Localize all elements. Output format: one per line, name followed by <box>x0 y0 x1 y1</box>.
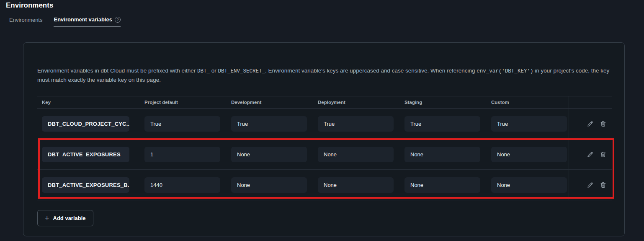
intro-plain: . Environment variable's keys are upperc… <box>265 67 477 74</box>
value-deployment: None <box>318 177 394 193</box>
pencil-icon <box>587 181 594 189</box>
value-staging: None <box>404 177 480 193</box>
column-header-staging: Staging <box>400 96 487 108</box>
variable-key: DBT_CLOUD_PROJECT_CYC... <box>42 116 129 132</box>
plus-icon: + <box>45 215 49 221</box>
value-staging: None <box>404 147 480 162</box>
environment-variables-table: Key Project default Development Deployme… <box>37 96 612 200</box>
trash-icon <box>600 151 607 158</box>
value-custom: None <box>491 147 567 162</box>
value-project-default: 1440 <box>144 177 220 193</box>
intro-text: Environment variables in dbt Cloud must … <box>37 67 611 84</box>
column-header-deployment: Deployment <box>313 96 400 108</box>
intro-code-secret-prefix: DBT_ENV_SECRET_ <box>218 68 265 74</box>
value-custom: True <box>491 116 567 132</box>
delete-variable-button[interactable] <box>600 120 607 127</box>
column-header-actions <box>569 96 612 108</box>
table-row: DBT_CLOUD_PROJECT_CYC... True True True … <box>37 109 612 139</box>
value-staging: True <box>404 116 480 132</box>
table-row: DBT_ACTIVE_EXPOSURES 1 None None None No… <box>37 139 612 170</box>
add-variable-label: Add variable <box>53 215 86 221</box>
column-header-development: Development <box>227 96 313 108</box>
trash-icon <box>600 181 607 189</box>
page-title: Environments <box>6 1 644 10</box>
intro-plain: Environment variables in dbt Cloud must … <box>37 67 197 74</box>
column-header-custom: Custom <box>487 96 569 108</box>
edit-variable-button[interactable] <box>587 150 594 158</box>
tab-bar: Environments Environment variables ? <box>0 16 644 27</box>
intro-plain: or <box>210 67 218 74</box>
table-row: DBT_ACTIVE_EXPOSURES_B... 1440 None None… <box>37 170 612 200</box>
delete-variable-button[interactable] <box>600 150 607 158</box>
tab-environments[interactable]: Environments <box>9 17 42 27</box>
column-header-project-default: Project default <box>140 96 227 108</box>
add-variable-button[interactable]: + Add variable <box>37 210 93 226</box>
pencil-icon <box>587 120 594 127</box>
row-actions <box>569 109 612 139</box>
tab-environment-variables[interactable]: Environment variables ? <box>54 16 120 27</box>
row-actions <box>569 170 612 200</box>
edit-variable-button[interactable] <box>587 120 594 127</box>
value-deployment: None <box>318 147 394 162</box>
row-actions <box>569 139 612 169</box>
table-header-row: Key Project default Development Deployme… <box>37 96 612 109</box>
environment-variables-panel: Environment variables in dbt Cloud must … <box>23 42 625 236</box>
help-icon[interactable]: ? <box>115 17 121 23</box>
edit-variable-button[interactable] <box>587 181 594 189</box>
value-development: None <box>231 147 307 162</box>
intro-code-dbt-prefix: DBT_ <box>197 68 210 74</box>
value-development: True <box>231 116 307 132</box>
variable-key: DBT_ACTIVE_EXPOSURES_B... <box>42 177 129 193</box>
value-deployment: True <box>318 116 394 132</box>
value-custom: None <box>491 177 567 193</box>
tab-environment-variables-label: Environment variables <box>54 16 112 23</box>
intro-code-env-var: env_var('DBT_KEY') <box>477 68 533 74</box>
trash-icon <box>600 120 607 127</box>
value-project-default: 1 <box>144 147 220 162</box>
column-header-key: Key <box>37 96 140 108</box>
value-development: None <box>231 177 307 193</box>
pencil-icon <box>587 151 594 158</box>
tab-environments-label: Environments <box>9 17 42 23</box>
delete-variable-button[interactable] <box>600 181 607 189</box>
variable-key: DBT_ACTIVE_EXPOSURES <box>42 147 129 162</box>
value-project-default: True <box>144 116 220 132</box>
